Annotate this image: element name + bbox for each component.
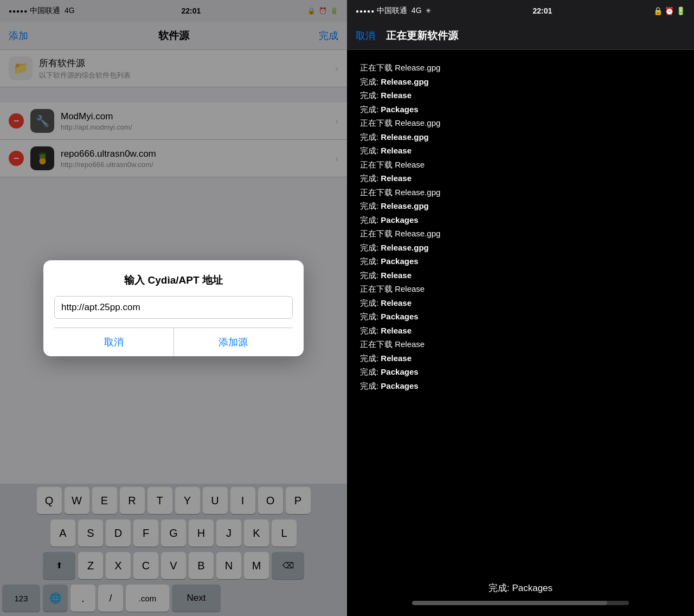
log-line: 完成: Packages (360, 254, 681, 268)
log-line: 完成: Release (360, 171, 681, 185)
log-line: 正在下载 Release (360, 282, 681, 296)
add-source-dialog: 输入 Cydia/APT 地址 取消 添加源 (43, 260, 304, 356)
log-line: 完成: Packages (360, 102, 681, 117)
log-line: 完成: Release.gpg (360, 241, 681, 255)
progress-bar-fill (412, 601, 607, 605)
left-panel: ●●●●● 中国联通 4G 22:01 🔒 ⏰ 🔋 添加 软件源 完成 📁 所有… (0, 0, 347, 616)
right-alarm-icon: ⏰ (665, 7, 674, 15)
log-line: 完成: Release.gpg (360, 130, 681, 144)
right-nav-title: 正在更新软件源 (386, 29, 458, 43)
log-line: 正在下载 Release.gpg (360, 61, 681, 75)
log-line: 正在下载 Release.gpg (360, 116, 681, 130)
log-line: 完成: Packages (360, 213, 681, 227)
footer-status: 完成: Packages (489, 582, 552, 594)
log-line: 完成: Release (360, 268, 681, 283)
log-line: 完成: Packages (360, 310, 681, 324)
log-line: 完成: Release (360, 88, 681, 102)
right-nav-bar: 取消 正在更新软件源 (347, 22, 694, 50)
right-battery-icon: 🔋 (676, 7, 685, 15)
log-line: 正在下载 Release.gpg (360, 227, 681, 241)
right-log-content: 正在下载 Release.gpg完成: Release.gpg完成: Relea… (347, 50, 694, 576)
right-status-icons: 🔒 ⏰ 🔋 (653, 7, 685, 15)
log-line: 完成: Release (360, 296, 681, 310)
right-status-time: 22:01 (532, 7, 552, 15)
log-line: 正在下载 Release (360, 337, 681, 351)
log-line: 正在下载 Release.gpg (360, 185, 681, 200)
right-cancel-button[interactable]: 取消 (356, 29, 375, 42)
progress-bar-track (412, 601, 629, 605)
url-input[interactable] (54, 296, 293, 319)
dialog-overlay: 输入 Cydia/APT 地址 取消 添加源 (0, 0, 347, 616)
right-panel: ●●●●● 中国联通 4G ✳ 22:01 🔒 ⏰ 🔋 取消 正在更新软件源 正… (347, 0, 694, 616)
right-lock-icon: 🔒 (653, 7, 663, 15)
log-line: 完成: Release.gpg (360, 75, 681, 89)
dialog-cancel-button[interactable]: 取消 (54, 328, 174, 356)
log-line: 完成: Release (360, 324, 681, 338)
log-line: 完成: Packages (360, 379, 681, 393)
right-status-bar: ●●●●● 中国联通 4G ✳ 22:01 🔒 ⏰ 🔋 (347, 0, 694, 22)
dialog-add-button[interactable]: 添加源 (174, 328, 293, 356)
right-footer: 完成: Packages (347, 576, 694, 616)
log-line: 完成: Release.gpg (360, 199, 681, 213)
dialog-title: 输入 Cydia/APT 地址 (54, 273, 293, 287)
log-line: 完成: Release (360, 351, 681, 365)
right-status-signal: ●●●●● 中国联通 4G ✳ (356, 6, 431, 16)
log-line: 完成: Packages (360, 365, 681, 379)
dialog-buttons: 取消 添加源 (54, 328, 293, 356)
log-line: 正在下载 Release (360, 158, 681, 172)
log-line: 完成: Release (360, 144, 681, 158)
